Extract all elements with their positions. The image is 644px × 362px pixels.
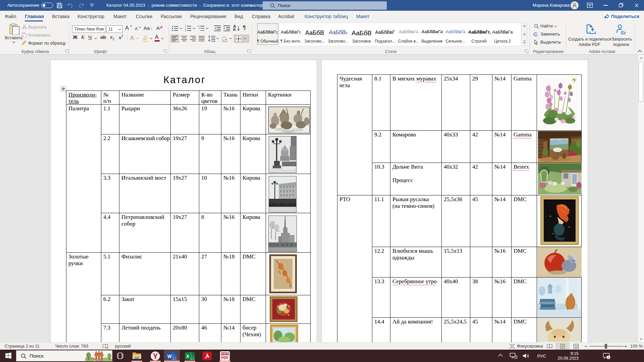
- svg-text:3: 3: [185, 29, 186, 32]
- svg-text:PDF: PDF: [221, 356, 229, 360]
- svg-text:1: 1: [608, 356, 609, 359]
- svg-text:c: c: [536, 34, 538, 37]
- svg-text:X: X: [186, 354, 190, 359]
- svg-text:W: W: [167, 354, 172, 359]
